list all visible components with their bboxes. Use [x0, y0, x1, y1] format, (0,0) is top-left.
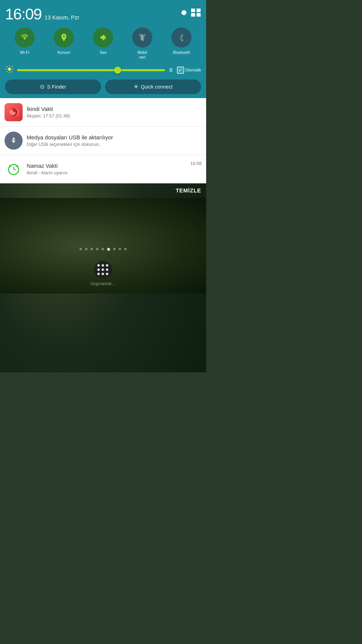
quick-actions-row: ⊙ S Finder ✳ Quick connect — [5, 79, 201, 94]
notifications-area: İkindi Vakti Akşam: 17:57 (01:48) Medya … — [0, 98, 206, 183]
page-dots — [79, 248, 127, 251]
header-row: 16:09 13 Kasım, Pzr — [5, 5, 201, 23]
alarm-time: 16:08 — [190, 161, 202, 166]
svg-line-10 — [7, 66, 8, 67]
sound-circle — [93, 27, 113, 48]
svg-point-19 — [14, 138, 15, 139]
svg-line-11 — [12, 71, 13, 72]
clock-time: 16:09 — [5, 5, 41, 23]
mobile-label: Mobilveri — [138, 50, 147, 60]
quick-connect-button[interactable]: ✳ Quick connect — [105, 79, 201, 94]
brightness-icon: A — [5, 65, 14, 75]
page-dot-9 — [124, 248, 127, 250]
svg-rect-2 — [191, 13, 195, 17]
page-dot-7 — [113, 248, 116, 250]
page-dot-5 — [102, 248, 104, 250]
time-date: 16:09 13 Kasım, Pzr — [5, 5, 79, 23]
wifi-label: Wi-Fi — [20, 50, 29, 55]
svg-rect-20 — [13, 142, 14, 143]
notification-prayer[interactable]: İkindi Vakti Akşam: 17:57 (01:48) — [0, 98, 206, 127]
quick-connect-label: Quick connect — [141, 84, 173, 90]
s-finder-icon: ⊙ — [40, 84, 44, 90]
page-dot-8 — [119, 248, 121, 250]
notification-panel: 16:09 13 Kasım, Pzr — [0, 0, 206, 198]
usb-icon — [5, 132, 23, 150]
alarm-content: Namaz Vakti İkindi - Alarm uyarısı — [27, 163, 186, 176]
s-finder-button[interactable]: ⊙ S Finder — [5, 79, 101, 94]
bluetooth-circle — [171, 27, 192, 48]
page-dot-6 — [107, 248, 110, 251]
page-dot-2 — [85, 248, 87, 250]
clock-date: 13 Kasım, Pzr — [44, 14, 79, 21]
brightness-slider[interactable] — [17, 69, 165, 71]
toggle-mobile[interactable]: Mobilveri — [132, 27, 152, 60]
notification-alarm[interactable]: Namaz Vakti İkindi - Alarm uyarısı 16:08 — [0, 155, 206, 183]
quick-connect-icon: ✳ — [134, 84, 138, 90]
svg-line-12 — [12, 66, 13, 67]
toggle-bluetooth[interactable]: Bluetooth — [171, 27, 192, 60]
toggle-wifi[interactable]: Wi-Fi — [15, 27, 35, 60]
auto-brightness-label: Otomatik — [185, 68, 201, 72]
home-screen: Uygulamal... — [0, 198, 206, 294]
toggle-sound[interactable]: Ses — [93, 27, 113, 60]
location-circle — [54, 27, 74, 48]
prayer-content: İkindi Vakti Akşam: 17:57 (01:48) — [27, 106, 202, 119]
page-dot-1 — [79, 248, 82, 250]
usb-subtitle: Diğer USB seçenekleri için dokunun. — [27, 142, 202, 147]
sound-label: Ses — [100, 50, 107, 55]
clear-button[interactable]: TEMİZLE — [176, 187, 201, 194]
auto-brightness-checkbox[interactable]: ✓ Otomatik — [177, 67, 201, 74]
checkbox-box: ✓ — [177, 67, 184, 74]
alarm-icon — [5, 160, 23, 178]
bluetooth-label: Bluetooth — [173, 50, 190, 55]
brightness-fill — [17, 69, 118, 71]
mobile-circle — [132, 27, 152, 48]
app-drawer-grid — [97, 264, 109, 276]
settings-icon[interactable] — [178, 9, 188, 19]
svg-rect-0 — [191, 9, 195, 12]
s-finder-label: S Finder — [47, 84, 66, 90]
wifi-circle — [15, 27, 35, 48]
svg-rect-1 — [197, 9, 201, 12]
header-icons — [178, 9, 201, 19]
prayer-title: İkindi Vakti — [27, 106, 202, 112]
checkbox-check: ✓ — [178, 67, 182, 73]
page-dot-3 — [90, 248, 93, 250]
toggle-location[interactable]: Konum — [54, 27, 74, 60]
quick-settings-icon[interactable] — [191, 9, 201, 19]
prayer-subtitle: Akşam: 17:57 (01:48) — [27, 113, 202, 119]
apps-label: Uygulamal... — [90, 281, 116, 286]
location-label: Konum — [58, 50, 70, 55]
svg-text:A: A — [9, 68, 10, 71]
app-drawer-button[interactable] — [94, 261, 112, 279]
clear-row: TEMİZLE — [0, 183, 206, 198]
notification-usb[interactable]: Medya dosyaları USB ile aktarılıyor Diğe… — [0, 127, 206, 155]
svg-line-13 — [7, 71, 8, 72]
prayer-icon — [5, 103, 23, 121]
quick-settings: 16:09 13 Kasım, Pzr — [0, 0, 206, 98]
brightness-thumb — [114, 67, 121, 74]
brightness-row: A 8 ✓ Otomatik — [5, 65, 201, 75]
alarm-title: Namaz Vakti — [27, 163, 186, 169]
toggles-row: Wi-Fi Konum Ses — [5, 27, 201, 60]
alarm-subtitle: İkindi - Alarm uyarısı — [27, 170, 186, 176]
usb-content: Medya dosyaları USB ile aktarılıyor Diğe… — [27, 134, 202, 147]
usb-title: Medya dosyaları USB ile aktarılıyor — [27, 134, 202, 141]
brightness-value: 8 — [168, 67, 174, 73]
page-dot-4 — [96, 248, 99, 250]
svg-point-18 — [12, 139, 13, 140]
